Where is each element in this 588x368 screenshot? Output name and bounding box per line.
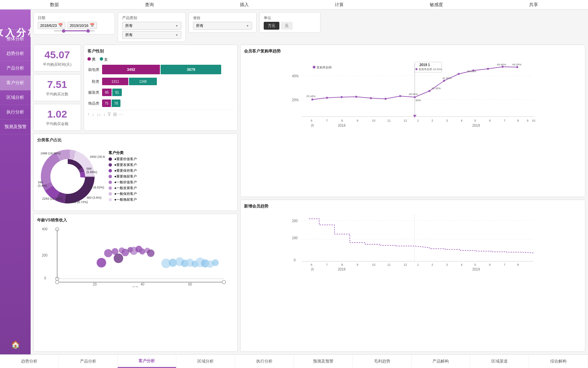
calendar-icon[interactable]: 📅 (58, 23, 63, 28)
svg-text:49.26%: 49.26% (512, 63, 521, 66)
product-sub-select[interactable]: 所有 ▼ (122, 31, 181, 39)
svg-text:6: 6 (489, 119, 491, 122)
menu-query[interactable]: 查询 (138, 2, 161, 8)
svg-text:3: 3 (446, 263, 448, 266)
main-content: 日期 2018/6/23 📅 2019/10/16 📅 (31, 10, 588, 354)
donut-container: 2692 (26.93%) 1998 (19.99%) 340 (3.4%) 2… (37, 146, 234, 207)
new-member-title: 新增会员趋势 (244, 203, 582, 209)
svg-text:28.56%: 28.56% (409, 93, 418, 96)
legend-label-0: ●重要价值客户 (114, 157, 137, 162)
svg-point-82 (311, 98, 313, 101)
slider-thumb-right[interactable] (86, 29, 90, 33)
date-slider-track[interactable] (54, 30, 95, 31)
svg-text:20: 20 (93, 282, 97, 286)
svg-text:(3.4%): (3.4%) (38, 184, 47, 187)
menu-sensitivity[interactable]: 敏感度 (423, 2, 450, 8)
svg-point-34 (104, 249, 112, 257)
legend-item-0: ●重要价值客户 (109, 157, 137, 162)
sidebar-item-region[interactable]: 区域分析 (0, 90, 31, 105)
tab-product-decomp[interactable]: 产品解构 (412, 355, 471, 368)
date-to-value: 2019/10/16 (70, 24, 88, 28)
svg-point-28 (55, 280, 59, 284)
expand-icon[interactable]: ⊞ (113, 111, 117, 117)
calendar-icon-2[interactable]: 📅 (90, 23, 95, 28)
product-select[interactable]: 所有 ▼ (122, 22, 181, 30)
sidebar-item-trend[interactable]: 趋势分析 (0, 46, 31, 61)
svg-point-86 (370, 97, 372, 99)
menu-calc[interactable]: 计算 (328, 2, 350, 8)
svg-text:60: 60 (188, 282, 192, 286)
more-icon[interactable]: ··· (119, 111, 123, 117)
pie-legend-title: 客户分类 (109, 150, 137, 155)
repurchase-chart: 40% 20% 6 7 8 9 10 (244, 57, 582, 128)
date-from-input[interactable]: 2018/6/23 📅 (38, 22, 65, 29)
menu-insert[interactable]: 插入 (233, 2, 256, 8)
svg-text:9: 9 (357, 119, 358, 122)
svg-text:10: 10 (372, 119, 375, 122)
svg-point-94 (487, 68, 489, 70)
sidebar-item-exec[interactable]: 执行分析 (0, 105, 31, 120)
svg-text:200: 200 (292, 219, 298, 223)
svg-text:2692 (26.93%): 2692 (26.93%) (90, 155, 105, 158)
svg-text:4: 4 (461, 263, 462, 266)
home-icon[interactable]: 🏠 (6, 335, 25, 354)
bar-male-luggage: 3492 (102, 65, 160, 74)
pie-panel: 分类客户占比 (33, 134, 238, 211)
date-to-input[interactable]: 2019/10/16 📅 (67, 22, 97, 29)
menu-share[interactable]: 共享 (522, 2, 545, 8)
tab-exec[interactable]: 执行分析 (235, 355, 294, 368)
sidebar-item-customer[interactable]: 客户分析 (0, 76, 31, 90)
svg-text:200: 200 (42, 254, 48, 257)
svg-text:41.90%: 41.90% (442, 77, 452, 80)
filter-icon[interactable]: ⊽ (108, 111, 111, 117)
menu-data[interactable]: 数据 (43, 2, 66, 8)
pie-legend: 客户分类 ●重要价值客户 ●重要发展客户 ●重要保持客户 ●重要挽留客户 ●一般… (109, 150, 137, 203)
svg-text:5: 5 (474, 119, 476, 122)
unit-filter: 单位 万元 元 (259, 12, 321, 33)
product-sub-arrow: ▼ (175, 33, 178, 37)
slider-thumb-left[interactable] (62, 29, 65, 33)
sort-icon-3[interactable]: ↓ (103, 111, 105, 117)
svg-text:7: 7 (504, 263, 505, 266)
tab-comprehensive[interactable]: 综合解构 (529, 355, 588, 368)
svg-text:2: 2 (431, 263, 433, 266)
svg-text:5: 5 (474, 263, 476, 266)
sort-desc-icon[interactable]: ↓ (92, 111, 94, 117)
tab-customer[interactable]: 客户分析 (118, 355, 177, 368)
svg-text:月: 月 (311, 124, 314, 127)
tab-region[interactable]: 区域分析 (176, 355, 235, 368)
svg-text:0: 0 (44, 276, 46, 280)
sort-icon-2[interactable]: ↓↓ (96, 111, 101, 117)
svg-text:2019: 2019 (472, 124, 480, 127)
tab-forecast[interactable]: 预测及预警 (294, 355, 353, 368)
female-legend-label: 女 (104, 57, 108, 61)
tab-region-channel[interactable]: 区域渠道 (470, 355, 529, 368)
category-label-apparel: 服装类 (87, 90, 99, 95)
tab-margin[interactable]: 毛利趋势 (353, 355, 412, 368)
tab-trend[interactable]: 趋势分析 (0, 355, 59, 368)
sidebar-item-product[interactable]: 产品分析 (0, 61, 31, 76)
gender-bars: 箱包类 3492 3679 鞋类 1311 (87, 65, 234, 107)
sort-asc-icon[interactable]: ↑ (87, 111, 90, 117)
pie-title: 分类客户占比 (37, 137, 234, 143)
unit-yuan-button[interactable]: 元 (281, 22, 293, 30)
kpi-count-label: 平均购买次数 (40, 92, 74, 97)
svg-point-45 (97, 258, 106, 267)
sidebar-item-forecast[interactable]: 预测及预警 (0, 120, 31, 134)
svg-text:1998 (19.99%): 1998 (19.99%) (40, 152, 61, 155)
unit-label: 单位 (264, 15, 316, 20)
tab-product[interactable]: 产品分析 (59, 355, 118, 368)
svg-text:100: 100 (292, 236, 298, 240)
svg-text:11: 11 (387, 263, 391, 266)
svg-text:6: 6 (311, 119, 312, 122)
new-member-panel: 新增会员趋势 200 100 0 6 (240, 200, 585, 352)
svg-text:(5.88%): (5.88%) (86, 170, 97, 174)
province-select[interactable]: 所有 ▼ (193, 22, 252, 30)
svg-text:1: 1 (417, 263, 419, 266)
svg-point-91 (443, 80, 445, 82)
kpi-avg-amount: 1.02 平均购买金额 (33, 104, 81, 131)
svg-text:2018: 2018 (338, 124, 346, 127)
unit-wan-button[interactable]: 万元 (264, 22, 279, 30)
kpi-avg-count: 7.51 平均购买次数 (33, 74, 81, 101)
sidebar-item-overall[interactable]: 整体分析 (0, 32, 31, 46)
